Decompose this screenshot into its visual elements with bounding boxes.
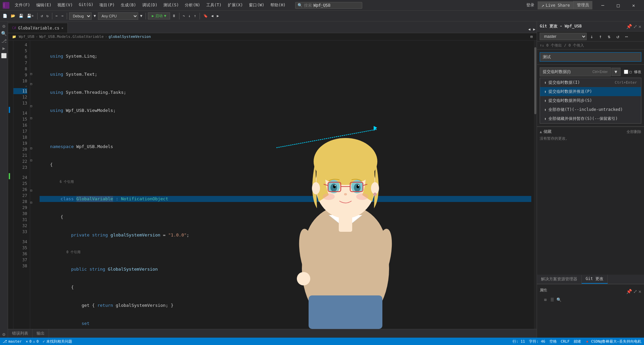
tab-globalvariable[interactable]: C# GlobalVariable.cs ✕ bbox=[8, 23, 68, 33]
step-over-btn[interactable]: ↷ bbox=[181, 13, 186, 19]
tab-output[interactable]: 输出 bbox=[33, 329, 49, 338]
activity-extensions-icon[interactable]: ⬜ bbox=[1, 52, 7, 59]
nav-solution-explorer[interactable]: 解决方案资源管理器 bbox=[537, 275, 582, 283]
dropdown-item-commit[interactable]: ⬆ 提交临时数据(I) Ctrl+Enter bbox=[540, 78, 641, 87]
dropdown-item-stash-all[interactable]: ⬆ 全部存储(T)(--include-untracked) bbox=[540, 105, 641, 114]
toolbar-back[interactable]: ← bbox=[54, 13, 59, 19]
prop-search-icon[interactable]: 🔍 bbox=[556, 297, 562, 303]
activity-debug-icon[interactable]: ⚙ bbox=[1, 23, 7, 29]
live-share-button[interactable]: ↗ Live Share bbox=[538, 1, 573, 9]
commit-dropdown-btn[interactable]: ▼ bbox=[611, 68, 621, 76]
activity-search-icon[interactable]: 🔍 bbox=[1, 30, 7, 37]
step-into-btn[interactable]: ↓ bbox=[187, 13, 192, 19]
menu-help[interactable]: 帮助(H) bbox=[268, 1, 288, 9]
menu-window[interactable]: 窗口(W) bbox=[246, 1, 267, 9]
status-line[interactable]: 行: 11 bbox=[513, 339, 525, 344]
activity-settings-icon[interactable]: ⚙ bbox=[1, 331, 7, 338]
breadcrumb-project[interactable]: Wpf_USB bbox=[19, 34, 34, 39]
menu-test[interactable]: 测试(S) bbox=[161, 1, 181, 9]
platform-dropdown[interactable]: Any CPU bbox=[98, 12, 138, 20]
login-button[interactable]: 登录 bbox=[523, 2, 538, 8]
pin-icon[interactable]: 📌 bbox=[626, 24, 632, 29]
properties-pin-icon[interactable]: 📌 bbox=[626, 289, 632, 294]
status-csdn[interactable]: 🔺 CSDN@鲁棒最大—丢失持向电机 bbox=[585, 339, 641, 344]
menu-git[interactable]: Git(G) bbox=[76, 1, 96, 9]
fold-setter3[interactable]: ⊟ bbox=[30, 201, 32, 204]
start-dropdown-icon[interactable]: ▼ bbox=[164, 14, 166, 18]
fold-setter1[interactable]: ⊟ bbox=[30, 116, 32, 120]
code-content[interactable]: using System.Linq; using System.Text; us… bbox=[37, 41, 534, 329]
activity-run-icon[interactable]: ▶ bbox=[1, 45, 7, 52]
modify-checkbox[interactable] bbox=[624, 70, 628, 74]
bookmark-next[interactable]: ▶ bbox=[215, 13, 220, 19]
delete-all-btn[interactable]: 全部删除 bbox=[627, 129, 641, 134]
menu-tools[interactable]: 工具(T) bbox=[204, 1, 224, 9]
status-errors[interactable]: ✕ 0 ⚠ 0 bbox=[26, 339, 39, 344]
bookmark-prev[interactable]: ◀ bbox=[210, 13, 215, 19]
branch-dropdown[interactable]: master bbox=[540, 33, 587, 40]
status-ready[interactable]: ✓ 未找到相关问题 bbox=[43, 339, 72, 344]
collapse-btn[interactable]: ⊟ bbox=[529, 33, 534, 40]
status-col[interactable]: 字符: 46 bbox=[529, 339, 545, 344]
breadcrumb-class[interactable]: Wpf_USB.Models.GlobalVariable bbox=[39, 34, 104, 39]
fetch-btn[interactable]: ↓ bbox=[588, 33, 595, 40]
dropdown-item-stash-keep[interactable]: ⬆ 全部储藏并保持暂存(S)(--保留索引) bbox=[540, 114, 641, 123]
toolbar-open[interactable]: 📂 bbox=[9, 13, 17, 19]
scroll-tabs-left[interactable]: ◀ bbox=[527, 26, 532, 33]
activity-git-icon[interactable]: ⎇ bbox=[1, 38, 7, 44]
dropdown-item-commit-push[interactable]: ⬆ 提交临时数据并推送(P) bbox=[540, 87, 641, 96]
minimize-button[interactable]: ─ bbox=[595, 0, 610, 11]
step-out-btn[interactable]: ↑ bbox=[193, 13, 198, 19]
debug-config-dropdown-btn[interactable]: ▼ bbox=[92, 13, 97, 19]
menu-analyze[interactable]: 分析(N) bbox=[182, 1, 203, 9]
toolbar-forward[interactable]: → bbox=[60, 13, 65, 19]
menu-file[interactable]: 文件(F) bbox=[12, 1, 33, 9]
menu-debug[interactable]: 调试(D) bbox=[140, 1, 160, 9]
bookmark-btn[interactable]: 🔖 bbox=[202, 13, 209, 19]
menu-build[interactable]: 生成(B) bbox=[118, 1, 139, 9]
dropdown-item-commit-sync[interactable]: ⬆ 提交临时数据并同步(S) bbox=[540, 96, 641, 105]
properties-maximize-icon[interactable]: ⤢ bbox=[633, 289, 637, 294]
toolbar-saveall[interactable]: 💾+ bbox=[25, 13, 35, 19]
expand-panel-btn[interactable]: 📁 bbox=[11, 35, 17, 39]
menu-edit[interactable]: 编辑(E) bbox=[34, 1, 54, 9]
pause-btn[interactable]: ⏸ bbox=[171, 13, 177, 19]
toolbar-undo[interactable]: ↺ bbox=[40, 13, 45, 19]
mini-scrollbar[interactable] bbox=[534, 41, 537, 329]
fold-namespace[interactable]: ⊟ bbox=[30, 72, 32, 76]
scroll-tabs-right[interactable]: ▶ bbox=[532, 26, 537, 33]
status-ready-text[interactable]: 就绪 bbox=[574, 339, 581, 344]
tab-errors[interactable]: 错误列表 bbox=[8, 329, 33, 338]
close-panel-icon[interactable]: ✕ bbox=[639, 24, 641, 29]
menu-view[interactable]: 视图(V) bbox=[55, 1, 75, 9]
fold-class[interactable]: ⊟ bbox=[30, 82, 32, 86]
platform-dropdown-btn[interactable]: ▼ bbox=[139, 13, 144, 19]
toolbar-save[interactable]: 💾 bbox=[17, 13, 25, 19]
pull-btn[interactable]: ⇅ bbox=[605, 33, 613, 40]
menu-extensions[interactable]: 扩展(X) bbox=[225, 1, 246, 9]
push-btn[interactable]: ↑ bbox=[597, 33, 604, 40]
maximize-button[interactable]: □ bbox=[610, 0, 626, 11]
stash-section-header[interactable]: ▲ 储藏 全部删除 bbox=[540, 129, 641, 135]
toolbar-new[interactable]: 📄 bbox=[1, 13, 9, 19]
commit-message-input[interactable] bbox=[540, 52, 641, 62]
toolbar-redo[interactable]: ↻ bbox=[45, 13, 50, 19]
breadcrumb-member[interactable]: globalSystemVersion bbox=[109, 34, 151, 39]
properties-close-icon[interactable]: ✕ bbox=[639, 289, 641, 294]
nav-git-changes[interactable]: Git 更改 bbox=[582, 275, 608, 284]
fold-property3[interactable]: ⊟ bbox=[30, 189, 32, 192]
commit-button[interactable]: 提交临时数据(I) Ctrl+Enter bbox=[540, 67, 611, 76]
fold-property1[interactable]: ⊟ bbox=[30, 104, 32, 108]
menu-project[interactable]: 项目(P) bbox=[97, 1, 117, 9]
maximize-panel-icon[interactable]: ⤢ bbox=[633, 24, 637, 29]
fold-property2[interactable]: ⊟ bbox=[30, 146, 32, 150]
prop-grid-icon[interactable]: ⊞ bbox=[542, 297, 548, 303]
admin-button[interactable]: 管理员 bbox=[573, 1, 592, 9]
tab-close-btn[interactable]: ✕ bbox=[61, 26, 63, 30]
fold-setter2[interactable]: ⊟ bbox=[30, 158, 32, 162]
status-spaces[interactable]: 空格 bbox=[549, 339, 557, 344]
debug-config-dropdown[interactable]: Debug bbox=[69, 12, 92, 20]
close-button[interactable]: ✕ bbox=[626, 0, 641, 11]
more-actions[interactable]: ⋯ bbox=[623, 33, 630, 40]
prop-list-icon[interactable]: ☰ bbox=[549, 297, 555, 303]
